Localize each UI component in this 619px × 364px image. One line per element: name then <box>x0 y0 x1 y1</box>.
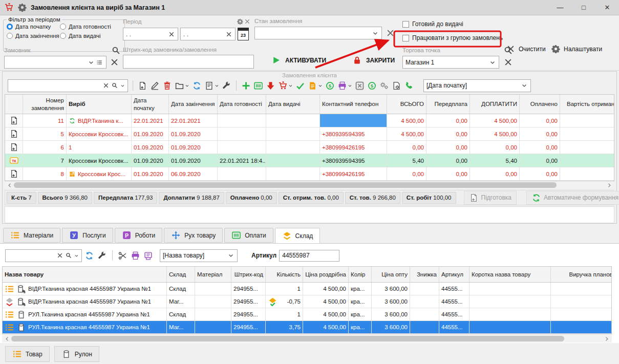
configure-button[interactable]: Налаштувати <box>551 44 602 54</box>
edit-icon[interactable] <box>150 81 160 91</box>
column-header[interactable]: Ціна опту <box>372 267 410 283</box>
column-header[interactable]: Дата початку <box>132 95 169 114</box>
orange-document-icon[interactable] <box>308 81 323 91</box>
date-to-input[interactable]: . . <box>180 28 236 40</box>
column-header[interactable]: Вартість отриманого товару <box>560 95 615 114</box>
date-from-clear-icon[interactable] <box>168 31 175 38</box>
auto-price-button[interactable]: Автоматичне формування цін <box>526 191 619 205</box>
customer-clear-icon[interactable] <box>110 57 119 67</box>
column-header[interactable]: Кількість <box>266 267 303 283</box>
column-header[interactable]: Номер замовлення <box>23 95 67 114</box>
column-header[interactable]: Дата видачі <box>266 95 320 114</box>
customer-list-icon[interactable] <box>96 59 103 66</box>
chevron-down-icon[interactable] <box>521 82 528 89</box>
column-header[interactable]: ВСЬОГО <box>387 95 426 114</box>
scroll-left-icon[interactable] <box>6 182 13 189</box>
print-icon[interactable] <box>131 251 140 261</box>
checkbox-Готовий до видачі[interactable]: Готовий до видачі <box>402 20 503 28</box>
stock-row[interactable]: РУЛ.Тканина красная 44555987 Украина №1М… <box>3 321 612 334</box>
stock-row[interactable]: ВІДР.Тканина красная 44555987 Украина №1… <box>3 295 612 308</box>
period-clear-icon[interactable] <box>244 18 251 25</box>
column-header[interactable]: ДОПЛАТИТИ <box>470 95 520 114</box>
customer-select[interactable] <box>4 56 106 69</box>
column-header[interactable]: Передплата <box>426 95 470 114</box>
chevron-down-icon[interactable] <box>88 59 95 66</box>
cut-icon[interactable] <box>118 251 127 261</box>
tab-Склад[interactable]: Склад <box>275 228 321 244</box>
money-refresh-icon[interactable]: $ <box>325 81 335 91</box>
column-header[interactable] <box>5 95 23 114</box>
search-icon[interactable] <box>65 252 72 259</box>
column-header[interactable]: Виріб <box>67 95 132 114</box>
scroll-thumb[interactable] <box>11 336 564 341</box>
delete-icon[interactable] <box>162 81 172 91</box>
import-down-icon[interactable] <box>266 81 275 91</box>
cart-icon[interactable] <box>278 81 293 91</box>
calendar-icon[interactable]: 23 <box>238 28 249 40</box>
tab-Послуги[interactable]: УПослуги <box>62 228 113 243</box>
refresh-icon[interactable] <box>192 81 202 91</box>
radio-Дата готовності[interactable]: Дата готовності <box>60 24 113 30</box>
refresh-icon[interactable] <box>84 251 94 261</box>
column-header[interactable]: Штрих-код <box>231 267 266 283</box>
print-icon[interactable] <box>337 81 352 91</box>
tab-Рух товару[interactable]: Рух товару <box>164 228 223 243</box>
barcode-input[interactable] <box>123 55 254 69</box>
column-header[interactable]: Ціна роздрібна <box>303 267 349 283</box>
search-icon[interactable] <box>111 82 118 89</box>
tab-Оплати[interactable]: Оплати <box>224 228 273 243</box>
store-select[interactable]: Магазин 1 <box>402 56 499 69</box>
column-header[interactable]: Дата закінчення <box>169 95 218 114</box>
customer-search-icon[interactable] <box>111 46 121 55</box>
chevron-down-icon[interactable] <box>227 252 234 259</box>
store-search-icon[interactable] <box>503 46 513 55</box>
print-preview-icon[interactable] <box>143 251 153 261</box>
search-clear-icon[interactable] <box>102 82 110 89</box>
recalculate-icon[interactable]: $ <box>367 81 377 91</box>
search-clear-icon[interactable] <box>56 252 63 259</box>
column-header[interactable]: Матеріал <box>195 267 231 283</box>
order-state-select[interactable] <box>254 27 382 39</box>
settings-gears-icon[interactable] <box>379 81 389 91</box>
scroll-right-icon[interactable] <box>606 182 613 189</box>
column-header[interactable]: Коротка назва товару <box>469 267 551 283</box>
confirm-icon[interactable] <box>295 81 305 91</box>
radio-Дата видачі[interactable]: Дата видачі <box>60 33 113 39</box>
column-header[interactable]: Виручка планована роздрібна з <box>551 267 612 283</box>
maximize-button[interactable]: □ <box>572 0 595 15</box>
column-header[interactable]: Оплачено <box>520 95 560 114</box>
checkbox-Працювати з групою замовлень[interactable]: Працювати з групою замовлень <box>402 34 503 41</box>
column-header[interactable]: Артикул <box>439 267 469 283</box>
tab-Матеріали[interactable]: Матеріали <box>3 228 60 243</box>
column-header[interactable]: Назва товару <box>3 267 167 283</box>
column-header[interactable]: Знижка <box>410 267 439 283</box>
document-settings-icon[interactable] <box>392 81 401 91</box>
order-row[interactable]: 5Кроссовки Кроссовк...01.09.202001.09.20… <box>5 127 614 141</box>
column-header[interactable]: Дата готовності <box>218 95 266 114</box>
order-row[interactable]: 6101.09.202001.09.2020+3809994261950,000… <box>5 141 614 154</box>
cancel-box-icon[interactable] <box>355 81 365 91</box>
activate-button[interactable]: АКТИВУВАТИ <box>271 55 326 65</box>
barcode-icon[interactable] <box>253 81 263 91</box>
order-row[interactable]: 8Кроссовки Крос...01.09.202006.09.2020+3… <box>5 167 614 181</box>
close-order-button[interactable]: ЗАКРИТИ <box>352 55 395 65</box>
stock-row[interactable]: РУЛ.Тканина красная 44555987 Украина №1С… <box>3 308 612 321</box>
orders-search-input[interactable] <box>8 79 128 92</box>
add-icon[interactable] <box>241 81 251 91</box>
close-button[interactable]: ✕ <box>595 0 619 15</box>
chevron-down-icon[interactable] <box>372 30 379 37</box>
copy-document-icon[interactable] <box>204 81 219 91</box>
column-header[interactable]: Склад <box>167 267 195 283</box>
orders-horizontal-scrollbar[interactable] <box>5 181 614 189</box>
prepare-button[interactable]: Підготовка <box>464 191 517 205</box>
column-header[interactable]: Колір <box>349 267 372 283</box>
minimize-button[interactable]: — <box>548 0 572 15</box>
period-settings-icon[interactable] <box>237 18 244 25</box>
radio-Дата закінчення[interactable]: Дата закінчення <box>7 33 60 39</box>
cell-phone[interactable] <box>320 114 387 127</box>
order-row[interactable]: 11ВІДР.Тканина к...22.01.202122.01.20214… <box>5 114 614 127</box>
date-from-input[interactable]: . . <box>123 28 178 40</box>
add-order-icon[interactable] <box>138 81 147 91</box>
tab-Роботи[interactable]: РРоботи <box>115 228 163 243</box>
stock-horizontal-scrollbar[interactable] <box>2 335 612 342</box>
